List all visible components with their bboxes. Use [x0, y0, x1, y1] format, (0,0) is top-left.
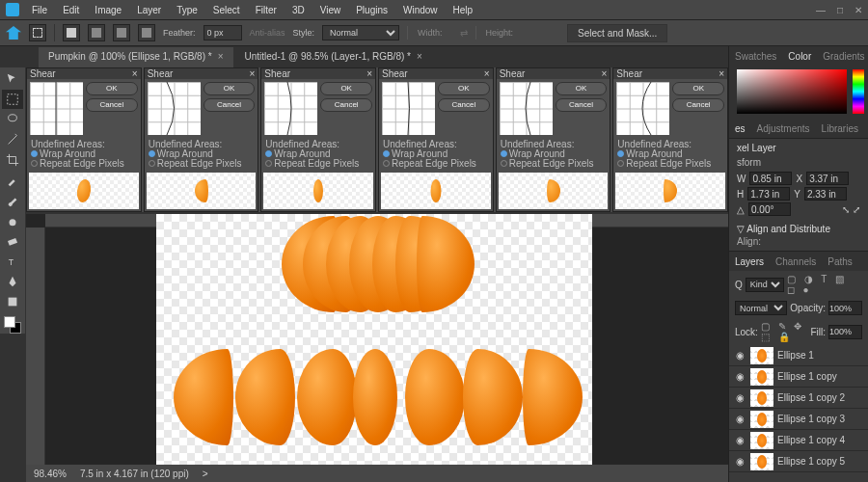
tab-gradients[interactable]: Gradients — [817, 51, 868, 62]
tab-untitled[interactable]: Untitled-1 @ 98.5% (Layer-1, RGB/8) *× — [235, 47, 432, 67]
marquee-tool-icon[interactable] — [29, 24, 46, 41]
color-swatches[interactable] — [4, 316, 21, 334]
mode-new-icon[interactable] — [63, 24, 80, 41]
layer-row[interactable]: ◉Ellipse 1 copy 4 — [729, 430, 868, 451]
tab-pumpkin[interactable]: Pumpkin @ 100% (Ellipse 1, RGB/8) *× — [39, 47, 233, 67]
tab-channels[interactable]: Channels — [770, 256, 822, 267]
ok-button[interactable]: OK — [203, 82, 256, 95]
height-input[interactable] — [747, 187, 790, 201]
maximize-icon[interactable]: □ — [837, 5, 843, 15]
visibility-icon[interactable]: ◉ — [733, 414, 746, 424]
shear-curve-grid[interactable] — [500, 82, 553, 135]
tab-paths[interactable]: Paths — [822, 256, 858, 267]
tab-adjustments[interactable]: Adjustments — [751, 123, 816, 134]
layer-thumbnail[interactable] — [750, 432, 773, 449]
lasso-tool[interactable] — [2, 110, 23, 129]
angle-input[interactable] — [748, 202, 791, 216]
menu-3d[interactable]: 3D — [285, 2, 312, 18]
filter-icons[interactable]: ▢ ◑ T ▧ ◻ ● — [787, 274, 862, 295]
menu-window[interactable]: Window — [396, 2, 445, 18]
visibility-icon[interactable]: ◉ — [733, 392, 746, 403]
close-icon[interactable]: × — [366, 68, 372, 79]
menu-image[interactable]: Image — [88, 2, 128, 18]
visibility-icon[interactable]: ◉ — [733, 456, 746, 467]
layer-thumbnail[interactable] — [750, 347, 773, 364]
close-icon[interactable]: ✕ — [854, 5, 862, 15]
tab-color[interactable]: Color — [782, 51, 817, 62]
visibility-icon[interactable]: ◉ — [733, 371, 746, 382]
hue-slider[interactable] — [853, 69, 864, 114]
home-icon[interactable] — [6, 26, 21, 40]
tab-properties[interactable]: es — [729, 123, 751, 134]
y-input[interactable] — [804, 187, 847, 201]
shape-tool[interactable] — [2, 292, 23, 311]
layer-row[interactable]: ◉Ellipse 1 copy — [729, 366, 868, 388]
tab-libraries[interactable]: Libraries — [816, 123, 864, 134]
cancel-button[interactable]: Cancel — [556, 98, 608, 112]
style-select[interactable]: Normal — [322, 25, 399, 40]
close-icon[interactable]: × — [719, 68, 724, 79]
ok-button[interactable]: OK — [86, 82, 138, 95]
ruler-vertical[interactable] — [26, 228, 45, 465]
minimize-icon[interactable]: — — [816, 5, 826, 15]
shear-curve-grid[interactable] — [382, 82, 435, 135]
cancel-button[interactable]: Cancel — [672, 98, 724, 112]
menu-select[interactable]: Select — [206, 2, 247, 18]
opacity-input[interactable] — [828, 301, 862, 315]
document-canvas[interactable] — [156, 214, 592, 465]
layer-thumbnail[interactable] — [750, 453, 773, 470]
move-tool[interactable] — [2, 69, 23, 89]
layer-row[interactable]: ◉Ellipse 1 copy 3 — [729, 409, 868, 430]
filter-kind-select[interactable]: Kind — [746, 278, 784, 292]
layer-row[interactable]: ◉Ellipse 1 copy 2 — [729, 388, 868, 409]
eraser-tool[interactable] — [2, 231, 23, 251]
cancel-button[interactable]: Cancel — [438, 98, 490, 112]
tab-swatches[interactable]: Swatches — [729, 51, 782, 62]
feather-input[interactable] — [203, 25, 242, 40]
pen-tool[interactable] — [2, 272, 23, 291]
shear-curve-grid[interactable] — [30, 82, 83, 135]
cancel-button[interactable]: Cancel — [320, 98, 372, 112]
color-picker[interactable] — [729, 66, 868, 119]
menu-file[interactable]: File — [25, 2, 54, 18]
cancel-button[interactable]: Cancel — [86, 98, 138, 112]
close-icon[interactable]: × — [132, 68, 138, 79]
cancel-button[interactable]: Cancel — [203, 98, 256, 112]
shear-curve-grid[interactable] — [616, 82, 669, 135]
zoom-readout[interactable]: 98.46% — [34, 469, 67, 479]
close-icon[interactable]: × — [218, 51, 224, 62]
layer-thumbnail[interactable] — [750, 368, 773, 386]
menu-plugins[interactable]: Plugins — [349, 2, 394, 18]
width-input[interactable] — [749, 172, 792, 185]
mode-intersect-icon[interactable] — [138, 24, 155, 41]
close-icon[interactable]: × — [484, 68, 490, 79]
eyedropper-tool[interactable] — [2, 171, 23, 190]
layer-thumbnail[interactable] — [750, 411, 773, 428]
visibility-icon[interactable]: ◉ — [733, 350, 746, 361]
visibility-icon[interactable]: ◉ — [733, 435, 746, 445]
type-tool[interactable]: T — [2, 252, 23, 271]
fill-input[interactable] — [828, 325, 862, 339]
close-icon[interactable]: × — [250, 68, 256, 79]
lock-icons[interactable]: ▢ ✎ ✥ ⬚ 🔒 — [761, 321, 808, 342]
ok-button[interactable]: OK — [320, 82, 372, 95]
ok-button[interactable]: OK — [556, 82, 608, 95]
shear-curve-grid[interactable] — [264, 82, 317, 135]
mode-add-icon[interactable] — [88, 24, 105, 41]
mode-sub-icon[interactable] — [113, 24, 130, 41]
menu-filter[interactable]: Filter — [249, 2, 284, 18]
layer-thumbnail[interactable] — [750, 389, 773, 407]
layer-row[interactable]: ◉Ellipse 1 copy 5 — [729, 451, 868, 472]
menu-edit[interactable]: Edit — [56, 2, 86, 18]
ok-button[interactable]: OK — [438, 82, 490, 95]
wand-tool[interactable] — [2, 130, 23, 149]
clone-tool[interactable] — [2, 211, 23, 230]
menu-layer[interactable]: Layer — [130, 2, 168, 18]
layer-row[interactable]: ◉Ellipse 1 — [729, 345, 868, 366]
crop-tool[interactable] — [2, 150, 23, 170]
x-input[interactable] — [806, 172, 849, 185]
chevron-right-icon[interactable]: > — [203, 469, 208, 479]
marquee-tool[interactable] — [2, 90, 23, 109]
select-and-mask-button[interactable]: Select and Mask... — [567, 24, 667, 42]
menu-help[interactable]: Help — [447, 2, 480, 18]
